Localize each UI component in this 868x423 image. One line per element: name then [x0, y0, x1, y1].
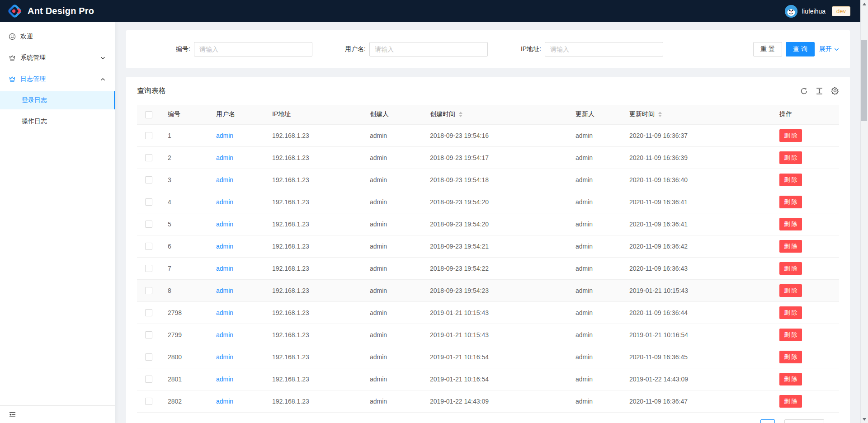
- row-checkbox[interactable]: [145, 132, 152, 139]
- cell-updater: admin: [568, 301, 622, 324]
- row-checkbox[interactable]: [145, 353, 152, 361]
- reset-button[interactable]: 重 置: [753, 42, 782, 56]
- delete-button[interactable]: 删 除: [779, 174, 802, 186]
- sidebar-item-system-management[interactable]: 系统管理: [0, 49, 115, 67]
- username-link[interactable]: admin: [216, 287, 233, 294]
- cell-ip: 192.168.1.23: [265, 169, 363, 191]
- cell-ip: 192.168.1.23: [265, 346, 363, 368]
- column-header-id: 编号: [160, 105, 209, 124]
- cell-id: 4: [160, 191, 209, 213]
- sidebar-subitem-label: 登录日志: [22, 96, 47, 104]
- username-link[interactable]: admin: [216, 154, 233, 161]
- sidebar-item-label: 日志管理: [20, 75, 46, 83]
- cell-creator: admin: [363, 213, 423, 235]
- table-row: 2 admin 192.168.1.23 admin 2018-09-23 19…: [137, 146, 839, 169]
- username[interactable]: liufeihua: [802, 8, 826, 15]
- env-tag[interactable]: dev: [832, 6, 850, 16]
- username-link[interactable]: admin: [216, 353, 233, 361]
- cell-updater: admin: [568, 124, 622, 146]
- cell-created: 2018-09-23 19:54:20: [423, 191, 568, 213]
- sidebar-item-operation-log[interactable]: 操作日志: [0, 113, 115, 131]
- menu-fold-icon[interactable]: [9, 411, 16, 418]
- cell-ip: 192.168.1.23: [265, 213, 363, 235]
- scrollbar-up-arrow-icon[interactable]: [861, 0, 868, 8]
- row-checkbox[interactable]: [145, 287, 152, 294]
- column-header-created[interactable]: 创建时间: [423, 105, 568, 124]
- column-height-icon[interactable]: [816, 87, 823, 95]
- username-link[interactable]: admin: [216, 376, 233, 383]
- delete-button[interactable]: 删 除: [779, 373, 802, 385]
- row-checkbox[interactable]: [145, 265, 152, 272]
- table-row: 2802 admin 192.168.1.23 admin 2019-01-22…: [137, 390, 839, 412]
- cell-ip: 192.168.1.23: [265, 368, 363, 390]
- row-checkbox[interactable]: [145, 198, 152, 206]
- username-link[interactable]: admin: [216, 221, 233, 228]
- delete-button[interactable]: 删 除: [779, 329, 802, 341]
- delete-button[interactable]: 删 除: [779, 151, 802, 164]
- table-row: 8 admin 192.168.1.23 admin 2018-09-23 19…: [137, 279, 839, 301]
- page-size-select[interactable]: [784, 419, 824, 423]
- select-all-checkbox[interactable]: [145, 111, 152, 118]
- delete-button[interactable]: 删 除: [779, 129, 802, 142]
- column-header-actions: 操作: [772, 105, 839, 124]
- cell-updated: 2020-11-09 16:36:39: [622, 146, 772, 169]
- row-checkbox[interactable]: [145, 221, 152, 228]
- logo[interactable]: Ant Design Pro: [7, 4, 94, 19]
- username-link[interactable]: admin: [216, 198, 233, 206]
- row-checkbox[interactable]: [145, 154, 152, 161]
- username-input[interactable]: [369, 42, 488, 56]
- row-checkbox[interactable]: [145, 398, 152, 405]
- column-header-updated[interactable]: 更新时间: [622, 105, 772, 124]
- delete-button[interactable]: 删 除: [779, 306, 802, 319]
- id-input[interactable]: [194, 42, 312, 56]
- row-checkbox[interactable]: [145, 309, 152, 316]
- query-button[interactable]: 查 询: [786, 42, 815, 56]
- username-link[interactable]: admin: [216, 176, 233, 183]
- settings-gear-icon[interactable]: [831, 87, 839, 95]
- table-row: 2799 admin 192.168.1.23 admin 2019-01-21…: [137, 324, 839, 346]
- delete-button[interactable]: 删 除: [779, 284, 802, 297]
- delete-button[interactable]: 删 除: [779, 351, 802, 363]
- search-field-id: 编号:: [137, 42, 312, 56]
- cell-id: 3: [160, 169, 209, 191]
- username-link[interactable]: admin: [216, 243, 233, 250]
- delete-button[interactable]: 删 除: [779, 196, 802, 208]
- cell-ip: 192.168.1.23: [265, 279, 363, 301]
- cell-updater: admin: [568, 235, 622, 257]
- sort-icon[interactable]: [658, 112, 662, 117]
- sort-icon[interactable]: [459, 112, 462, 117]
- row-checkbox[interactable]: [145, 376, 152, 383]
- table-row: 3 admin 192.168.1.23 admin 2018-09-23 19…: [137, 169, 839, 191]
- row-checkbox[interactable]: [145, 243, 152, 250]
- username-link[interactable]: admin: [216, 265, 233, 272]
- delete-button[interactable]: 删 除: [779, 218, 802, 230]
- username-link[interactable]: admin: [216, 132, 233, 139]
- column-header-creator: 创建人: [363, 105, 423, 124]
- sidebar-item-welcome[interactable]: 欢迎: [0, 28, 115, 46]
- username-link[interactable]: admin: [216, 398, 233, 405]
- row-checkbox[interactable]: [145, 176, 152, 183]
- delete-button[interactable]: 删 除: [779, 395, 802, 408]
- vertical-scrollbar[interactable]: [860, 0, 868, 423]
- ip-input[interactable]: [545, 42, 663, 56]
- cell-creator: admin: [363, 146, 423, 169]
- search-field-ip: IP地址:: [488, 42, 663, 56]
- reload-icon[interactable]: [800, 87, 808, 95]
- expand-link[interactable]: 展开: [819, 45, 839, 53]
- sidebar-item-log-management[interactable]: 日志管理: [0, 70, 115, 88]
- delete-button[interactable]: 删 除: [779, 262, 802, 275]
- cell-updater: admin: [568, 213, 622, 235]
- cell-updated: 2019-01-21 10:15:43: [622, 279, 772, 301]
- scrollbar-down-arrow-icon[interactable]: [861, 415, 868, 423]
- scrollbar-thumb[interactable]: [861, 40, 867, 121]
- delete-button[interactable]: 删 除: [779, 240, 802, 253]
- sidebar-item-login-log[interactable]: 登录日志: [0, 91, 115, 109]
- cell-created: 2018-09-23 19:54:17: [423, 146, 568, 169]
- avatar[interactable]: [785, 5, 797, 18]
- username-link[interactable]: admin: [216, 309, 233, 316]
- username-link[interactable]: admin: [216, 331, 233, 338]
- pagination-page-1[interactable]: 1: [760, 419, 775, 423]
- row-checkbox[interactable]: [145, 331, 152, 338]
- cell-created: 2019-01-22 14:43:09: [423, 390, 568, 412]
- cell-id: 2800: [160, 346, 209, 368]
